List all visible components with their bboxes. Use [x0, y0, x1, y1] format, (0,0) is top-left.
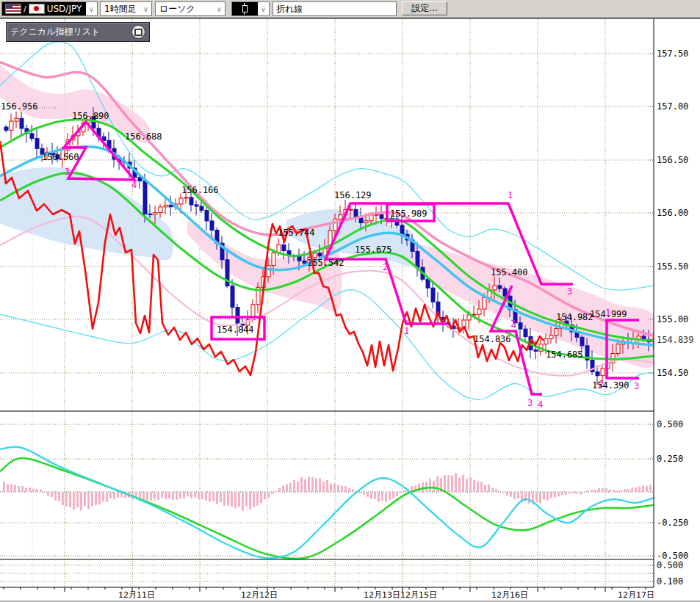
axis-tick-label: 154.50: [657, 368, 688, 378]
macd-histogram-bar: [378, 492, 380, 502]
axis-tick-label: -0.250: [657, 518, 688, 528]
macd-histogram-bar: [249, 492, 251, 509]
macd-histogram-bar: [646, 486, 648, 492]
macd-histogram-bar: [25, 488, 27, 492]
price-label: 156.166: [181, 185, 219, 195]
macd-histogram-bar: [466, 479, 468, 492]
wave-number: 3: [527, 398, 533, 408]
macd-histogram-bar: [300, 477, 303, 492]
macd-histogram-bar: [422, 482, 424, 492]
macd-histogram-bar: [190, 492, 192, 498]
macd-histogram-bar: [58, 492, 60, 501]
candle-bull: [364, 221, 368, 223]
axis-tick-label: -0.500: [657, 551, 688, 561]
symbol-select[interactable]: / USD/JPY ∨: [1, 1, 98, 16]
macd-histogram-bar: [260, 492, 262, 503]
macd-histogram-bar: [73, 492, 75, 509]
macd-histogram-bar: [95, 492, 97, 505]
candle-bear: [205, 211, 209, 221]
macd-histogram-bar: [418, 484, 420, 492]
candle-bull: [555, 329, 558, 336]
macd-histogram-bar: [282, 486, 284, 492]
macd-histogram-bar: [271, 492, 273, 494]
macd-histogram-bar: [477, 482, 479, 492]
macd-histogram-bar: [396, 492, 398, 496]
macd-histogram-bar: [392, 492, 394, 498]
restore-window-icon[interactable]: [131, 25, 145, 39]
macd-histogram-bar: [333, 483, 336, 492]
macd-histogram-bar: [29, 487, 31, 492]
candle-bear: [318, 253, 322, 256]
macd-histogram-bar: [242, 492, 244, 511]
price-label: 154.999: [590, 309, 627, 319]
macd-histogram-bar: [403, 490, 405, 492]
candle-bear: [596, 371, 599, 375]
wave-number: 3: [567, 286, 572, 297]
macd-histogram-bar: [319, 478, 321, 492]
macd-histogram-bar: [87, 492, 90, 509]
macd-histogram-bar: [528, 492, 530, 504]
macd-histogram-bar: [205, 492, 207, 500]
macd-histogram-bar: [278, 488, 281, 492]
macd-histogram-bar: [495, 489, 497, 492]
chevron-down-icon: ∨: [140, 5, 151, 13]
candle-bear: [431, 288, 435, 302]
macd-histogram-bar: [40, 490, 42, 492]
candle-bull: [477, 309, 481, 314]
macd-histogram-bar: [201, 492, 203, 499]
technical-indicator-panel[interactable]: テクニカル指標リスト: [6, 22, 150, 42]
macd-histogram-bar: [561, 492, 563, 496]
macd-histogram-bar: [609, 489, 611, 492]
axis-tick-label: 0.250: [657, 454, 683, 464]
macd-histogram-bar: [642, 485, 644, 492]
macd-histogram-bar: [315, 479, 317, 492]
candle-bear: [416, 251, 419, 267]
macd-histogram-bar: [374, 492, 376, 499]
price-label: 154.982: [556, 312, 593, 322]
chart-type-select[interactable]: ローソク ∨: [155, 1, 225, 16]
macd-histogram-bar: [146, 492, 148, 501]
macd-histogram-bar: [176, 492, 178, 500]
candle-bull: [272, 253, 275, 266]
candle-bull: [616, 344, 620, 354]
macd-histogram-bar: [572, 492, 574, 493]
axis-tick-label: 0.500: [657, 560, 683, 570]
macd-histogram-bar: [506, 492, 508, 496]
macd-histogram-bar: [554, 492, 556, 498]
price-label: 156.956: [1, 101, 38, 112]
settings-button[interactable]: 設定...: [402, 1, 447, 15]
macd-histogram-bar: [198, 492, 200, 499]
wave-number: 4: [538, 399, 543, 410]
timeframe-select[interactable]: 1時間足 ∨: [100, 1, 152, 16]
candle-bear: [4, 127, 8, 130]
draw-tool-input[interactable]: [273, 1, 397, 16]
wave-number: 1: [404, 326, 409, 336]
macd-histogram-bar: [627, 489, 629, 492]
macd-histogram-bar: [550, 492, 552, 498]
macd-histogram-bar: [539, 492, 541, 503]
macd-histogram-bar: [513, 492, 516, 499]
macd-histogram-bar: [400, 492, 402, 493]
macd-histogram-bar: [344, 486, 347, 492]
price-label: 156.560: [42, 152, 79, 162]
candle-bear: [380, 214, 383, 218]
macd-histogram-bar: [32, 489, 35, 492]
macd-histogram-bar: [179, 492, 181, 498]
macd-histogram-bar: [558, 492, 560, 496]
cloud-pink: [411, 242, 658, 368]
macd-histogram-bar: [598, 488, 600, 492]
price-label: 156.129: [334, 190, 372, 200]
price-label: 155.675: [355, 244, 392, 255]
chart-canvas[interactable]: 154.844155.989341213234123156.956156.890…: [0, 0, 700, 602]
candle-bear: [236, 308, 239, 324]
macd-histogram-bar: [168, 492, 170, 498]
macd-histogram-bar: [635, 487, 637, 492]
candle-style-select[interactable]: ∨: [231, 1, 270, 16]
date-label: 12月17日: [618, 590, 654, 600]
macd-histogram-bar: [337, 485, 339, 492]
price-label: 154.685: [546, 349, 583, 360]
price-label: 156.688: [125, 131, 162, 142]
macd-histogram-bar: [7, 484, 9, 492]
macd-histogram-bar: [447, 475, 450, 492]
macd-histogram-bar: [227, 492, 229, 505]
